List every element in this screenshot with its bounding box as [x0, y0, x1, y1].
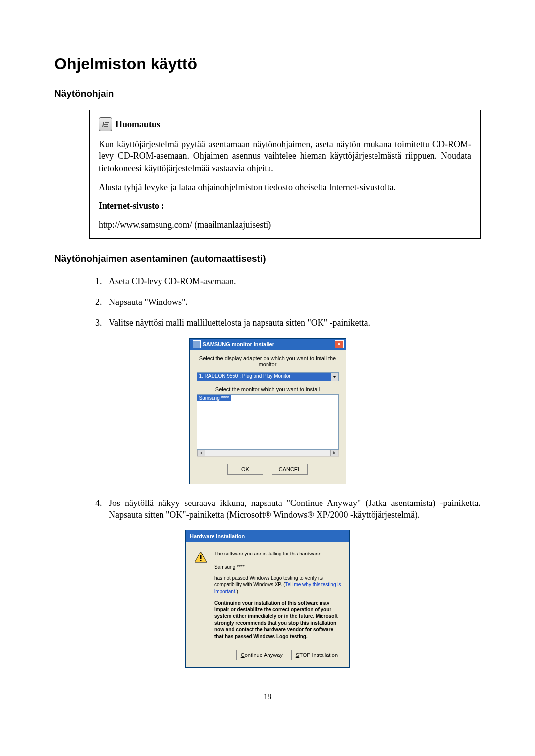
instruction-text: Select the display adapter on which you … — [197, 355, 339, 367]
warning-icon — [194, 551, 208, 564]
installer-dialog: SAMSUNG monitor installer × Select the d… — [189, 338, 346, 484]
step-item: Napsauta "Windows". — [104, 296, 481, 308]
top-rule — [54, 30, 481, 30]
svg-rect-4 — [200, 560, 202, 561]
mnemonic: S — [296, 652, 299, 658]
close-icon[interactable]: × — [335, 340, 344, 348]
button-label: ontinue Anyway — [245, 652, 283, 658]
cancel-button[interactable]: CANCEL — [272, 464, 308, 475]
ok-button[interactable]: OK — [227, 464, 263, 475]
dialog-title: SAMSUNG monitor installer — [203, 341, 335, 347]
section-heading-2: Näytönohjaimen asentaminen (automaattise… — [54, 253, 481, 264]
note-icon — [99, 117, 112, 131]
note-box: Huomautus Kun käyttöjärjestelmä pyytää a… — [89, 110, 481, 239]
scroll-left-icon[interactable] — [197, 450, 205, 456]
note-url: http://www.samsung.com/ (maailmanlaajuis… — [99, 219, 471, 231]
dialog-text: Samsung **** — [214, 564, 245, 570]
monitor-listbox[interactable]: Samsung **** — [197, 394, 339, 450]
scroll-right-icon[interactable] — [330, 450, 338, 456]
stop-installation-button[interactable]: STOP Installation — [291, 650, 342, 660]
svg-rect-1 — [104, 124, 108, 125]
page-title: Ohjelmiston käyttö — [54, 55, 481, 73]
mnemonic: C — [241, 652, 245, 658]
svg-rect-2 — [104, 126, 108, 127]
note-title: Huomautus — [115, 119, 160, 130]
step-item: Aseta CD-levy CD-ROM-asemaan. — [104, 275, 481, 287]
note-paragraph-1: Kun käyttöjärjestelmä pyytää asentamaan … — [99, 138, 471, 174]
svg-rect-0 — [105, 122, 109, 123]
bottom-rule — [54, 688, 481, 688]
dialog-titlebar: Hardware Installation — [186, 530, 349, 542]
dialog-warning-text: Continuing your installation of this sof… — [214, 600, 341, 640]
app-icon — [193, 340, 201, 348]
horizontal-scrollbar[interactable] — [197, 450, 339, 457]
step-item: Valitse näyttösi malli malliluettelosta … — [104, 317, 481, 329]
continue-anyway-button[interactable]: Continue Anyway — [236, 650, 287, 660]
note-paragraph-2: Alusta tyhjä levyke ja lataa ohjainohjel… — [99, 181, 471, 193]
adapter-dropdown[interactable]: 1. RADEON 9550 : Plug and Play Monitor — [197, 372, 339, 381]
note-internet-label: Internet-sivusto : — [99, 200, 471, 212]
instruction-text-2: Select the monitor which you want to ins… — [197, 386, 339, 392]
page-number: 18 — [54, 692, 481, 701]
chevron-down-icon[interactable] — [331, 373, 338, 381]
section-heading-1: Näytönohjain — [54, 88, 481, 99]
dialog-text: ) — [236, 589, 238, 594]
dialog-titlebar: SAMSUNG monitor installer × — [190, 339, 346, 350]
steps-list: Aseta CD-levy CD-ROM-asemaan. Napsauta "… — [89, 275, 481, 329]
button-label: TOP Installation — [299, 652, 338, 658]
step-item: Jos näytöllä näkyy seuraava ikkuna, naps… — [104, 497, 481, 521]
dropdown-selected: 1. RADEON 9550 : Plug and Play Monitor — [197, 373, 331, 381]
hardware-install-dialog: Hardware Installation The software you a… — [185, 530, 350, 668]
steps-list-cont: Jos näytöllä näkyy seuraava ikkuna, naps… — [89, 497, 481, 521]
scroll-track[interactable] — [205, 450, 330, 456]
list-item-selected[interactable]: Samsung **** — [197, 395, 231, 401]
dialog-text: The software you are installing for this… — [214, 551, 321, 556]
svg-rect-3 — [200, 555, 202, 559]
dialog-title: Hardware Installation — [190, 533, 245, 539]
